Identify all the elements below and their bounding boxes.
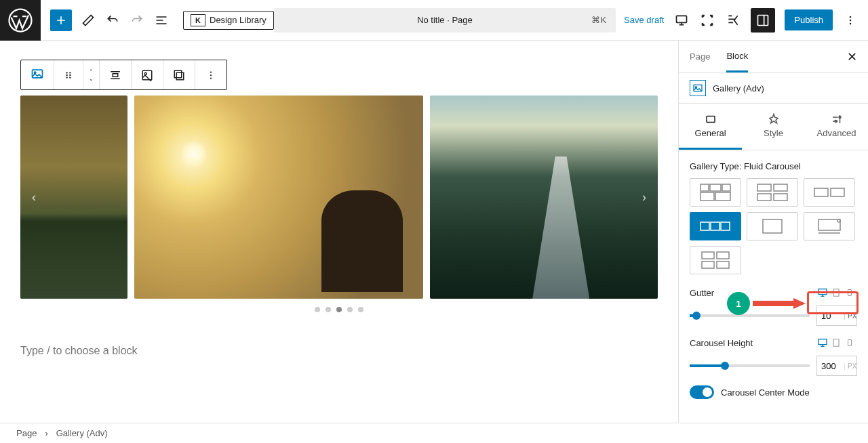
- svg-rect-45: [717, 252, 729, 259]
- svg-rect-53: [848, 340, 852, 346]
- carousel-height-label: Carousel Height: [690, 338, 753, 348]
- close-sidebar-icon[interactable]: ✕: [847, 49, 857, 64]
- align-icon[interactable]: [100, 60, 132, 89]
- gallery-type-label: Gallery Type: Fluid Carousel: [690, 161, 857, 171]
- desktop-preview-icon[interactable]: [673, 12, 690, 28]
- sidebar-subtabs: General Style Advanced: [679, 104, 868, 150]
- save-draft-link[interactable]: Save draft: [624, 15, 664, 25]
- image-settings-icon[interactable]: [132, 60, 163, 89]
- svg-rect-24: [707, 117, 715, 123]
- list-view-icon[interactable]: [153, 12, 170, 28]
- svg-rect-42: [818, 219, 840, 230]
- svg-rect-39: [711, 222, 719, 230]
- breadcrumb-item[interactable]: Page: [16, 428, 37, 438]
- svg-point-13: [69, 77, 71, 78]
- carousel-height-input[interactable]: PX: [816, 356, 857, 376]
- move-up-down[interactable]: ⌃⌄: [83, 60, 100, 89]
- gallery-type-option-selected[interactable]: [690, 212, 741, 240]
- command-shortcut: ⌘K: [591, 15, 606, 25]
- replace-icon[interactable]: [163, 60, 195, 89]
- svg-rect-31: [715, 192, 730, 201]
- document-title: No title · Page: [417, 15, 473, 25]
- design-library-label: Design Library: [210, 15, 267, 25]
- publish-button[interactable]: Publish: [785, 9, 833, 30]
- subtab-advanced[interactable]: Advanced: [805, 104, 868, 150]
- carousel-dot[interactable]: [315, 307, 320, 312]
- gallery-type-option[interactable]: [747, 178, 798, 207]
- carousel-prev-arrow[interactable]: ‹: [24, 188, 43, 207]
- desktop-device-icon[interactable]: [816, 337, 829, 349]
- carousel-dot[interactable]: [336, 307, 342, 312]
- gallery-type-grid: [690, 178, 857, 274]
- settings-sidebar: Page Block ✕ Gallery (Adv) General Style…: [678, 41, 868, 423]
- carousel-height-slider[interactable]: [690, 364, 810, 367]
- subtab-general[interactable]: General: [679, 104, 742, 150]
- svg-rect-35: [774, 194, 787, 201]
- drag-handle-icon[interactable]: [54, 60, 83, 89]
- gallery-type-option[interactable]: [747, 212, 798, 240]
- tablet-device-icon[interactable]: [830, 337, 842, 349]
- design-library-button[interactable]: K Design Library: [183, 11, 274, 30]
- redo-icon[interactable]: [129, 12, 145, 28]
- top-toolbar: K Design Library No title · Page ⌘K Save…: [0, 0, 868, 41]
- svg-rect-14: [113, 73, 118, 77]
- editor-canvas: ⌃⌄ ‹ › Type / to choose a block: [0, 41, 678, 423]
- add-block-button[interactable]: [50, 9, 72, 31]
- svg-rect-41: [763, 219, 782, 233]
- kadence-icon[interactable]: [725, 12, 741, 28]
- document-title-bar[interactable]: No title · Page ⌘K: [274, 8, 616, 33]
- svg-point-43: [837, 219, 840, 222]
- tab-page[interactable]: Page: [690, 42, 710, 71]
- annotation-arrow-icon: [753, 297, 807, 310]
- settings-sidebar-toggle[interactable]: [751, 8, 775, 33]
- svg-point-3: [850, 16, 852, 18]
- subtab-style[interactable]: Style: [742, 104, 805, 150]
- svg-rect-34: [757, 194, 771, 201]
- edit-icon[interactable]: [80, 12, 96, 28]
- carousel-slide[interactable]: [430, 96, 658, 299]
- carousel-dot[interactable]: [358, 307, 363, 312]
- design-library-icon: K: [191, 14, 205, 26]
- gutter-slider[interactable]: [690, 314, 810, 317]
- undo-icon[interactable]: [104, 12, 121, 28]
- chevron-up-icon[interactable]: ⌃: [89, 68, 94, 75]
- gallery-type-option[interactable]: [690, 246, 741, 274]
- svg-rect-51: [818, 339, 827, 345]
- block-more-icon[interactable]: [195, 60, 226, 89]
- gallery-type-option[interactable]: [804, 178, 855, 207]
- svg-rect-46: [702, 261, 714, 268]
- mobile-device-icon[interactable]: [844, 337, 856, 349]
- gallery-carousel: ‹ ›: [20, 96, 658, 299]
- gallery-type-option[interactable]: [690, 178, 741, 207]
- gallery-type-option[interactable]: [804, 212, 855, 240]
- svg-rect-36: [814, 188, 828, 196]
- svg-rect-29: [722, 184, 730, 191]
- more-options-icon[interactable]: [842, 12, 859, 28]
- chevron-down-icon[interactable]: ⌄: [89, 76, 94, 82]
- block-appender-placeholder[interactable]: Type / to choose a block: [20, 345, 658, 357]
- svg-rect-27: [701, 184, 709, 191]
- svg-rect-28: [710, 184, 721, 191]
- view-icon[interactable]: [699, 12, 715, 28]
- block-type-icon[interactable]: [21, 60, 54, 89]
- carousel-slide[interactable]: [134, 96, 423, 299]
- svg-rect-2: [758, 15, 768, 25]
- svg-rect-17: [174, 70, 182, 78]
- carousel-dots: [20, 307, 658, 312]
- editor-breadcrumb: Page › Gallery (Adv): [0, 423, 868, 443]
- svg-point-4: [850, 19, 852, 21]
- svg-rect-32: [757, 184, 771, 191]
- tab-block[interactable]: Block: [726, 41, 748, 72]
- carousel-dot[interactable]: [326, 307, 331, 312]
- svg-point-11: [69, 74, 71, 75]
- carousel-dot[interactable]: [347, 307, 353, 312]
- svg-rect-18: [176, 72, 184, 80]
- wordpress-logo[interactable]: [0, 0, 41, 41]
- carousel-next-arrow[interactable]: ›: [635, 188, 654, 207]
- sidebar-content: Gallery Type: Fluid Carousel Gutter: [679, 150, 868, 410]
- center-mode-toggle[interactable]: [690, 385, 714, 399]
- block-name-label: Gallery (Adv): [713, 83, 764, 93]
- annotation-highlight-box: [807, 291, 859, 314]
- gallery-block-icon: [690, 80, 706, 96]
- breadcrumb-item[interactable]: Gallery (Adv): [56, 428, 108, 438]
